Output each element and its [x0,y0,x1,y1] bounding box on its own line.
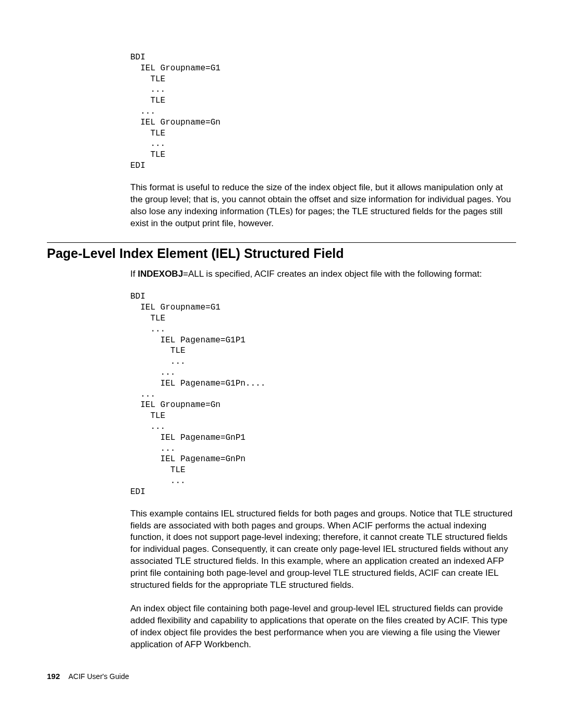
page-number: 192 [47,672,60,681]
code-block-2: BDI IEL Groupname=G1 TLE ... IEL Pagenam… [130,291,516,497]
intro-suffix: =ALL is specified, ACIF creates an index… [183,269,482,279]
code-block-1: BDI IEL Groupname=G1 TLE ... TLE ... IEL… [130,52,516,171]
intro-bold: INDEXOBJ [138,269,183,279]
paragraph-3: An index object file containing both pag… [130,603,516,651]
page-footer: 192 ACIF User's Guide [47,672,516,681]
footer-text: ACIF User's Guide [68,672,129,681]
intro-paragraph: If INDEXOBJ=ALL is specified, ACIF creat… [130,268,516,280]
document-page: BDI IEL Groupname=G1 TLE ... TLE ... IEL… [0,0,563,701]
content-block-top: BDI IEL Groupname=G1 TLE ... TLE ... IEL… [130,52,516,230]
intro-prefix: If [130,269,138,279]
paragraph-2: This example contains IEL structured fie… [130,508,516,592]
paragraph-1: This format is useful to reduce the size… [130,182,516,230]
section-heading: Page-Level Index Element (IEL) Structure… [47,246,516,261]
section-rule [47,242,516,243]
content-block-bottom: If INDEXOBJ=ALL is specified, ACIF creat… [130,268,516,651]
